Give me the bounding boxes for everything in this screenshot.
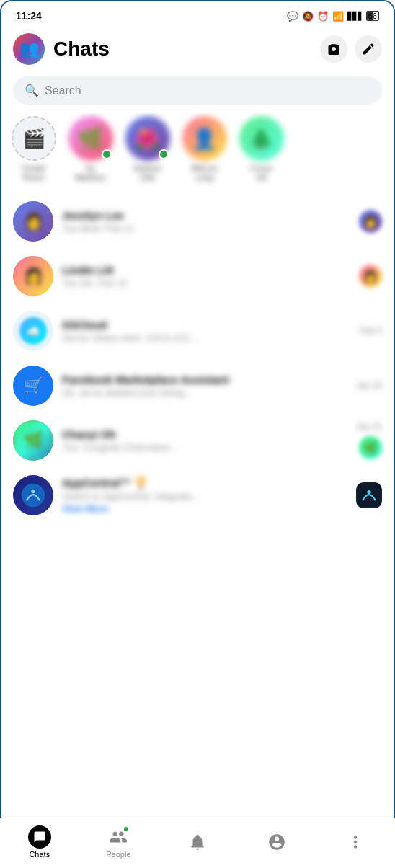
nav-label-people: People [106, 850, 130, 859]
nav-icon-4 [265, 831, 288, 854]
nav-icon-3 [186, 831, 209, 854]
story-label-create: CreateRoom [22, 164, 45, 182]
chat-preview-jocelyn: You liked: Feb 11 [62, 223, 353, 234]
chat-avatar-lindie: 👩 [13, 256, 53, 296]
chat-thumb-jocelyn: 👩 [359, 210, 382, 233]
nav-item-people[interactable]: People [79, 825, 159, 859]
story-avatar-3: 🌲 [239, 116, 284, 161]
chat-name-sscloud: SSCloud [62, 319, 354, 331]
nav-item-4[interactable] [237, 831, 316, 854]
search-bar[interactable]: 🔍 Search [13, 76, 382, 105]
story-item-1[interactable]: 🌺 DarleneHolt [124, 116, 171, 182]
story-item-0[interactable]: 🌿 IvyMartinez [67, 116, 114, 182]
compose-button[interactable] [355, 35, 382, 63]
chat-content-appcentral: AppCentral™ 🏆 Switch to AppCentral: Inte… [62, 477, 350, 514]
story-avatar-2: 👤 [182, 116, 227, 161]
people-online-dot [123, 825, 130, 833]
story-label-2: MarcusLong [191, 164, 217, 182]
story-avatar-wrap-0: 🌿 [68, 116, 113, 161]
camera-icon [327, 42, 341, 56]
nav-icon-4-svg [267, 833, 286, 851]
story-label-0: IvyMartinez [75, 164, 105, 182]
chat-content-marketplace: Facebook Marketplace Assistant Ok, we've… [62, 373, 350, 398]
nav-icon-people [107, 825, 130, 849]
chat-name-chanyi: Chanyi Oh [62, 428, 350, 440]
messenger-status-icon: 💬 [287, 11, 298, 22]
story-item-3[interactable]: 🌲 ChaseHill [238, 116, 285, 182]
story-item-create[interactable]: 🎬 CreateRoom [10, 116, 57, 182]
battery-icon: 56 [366, 11, 379, 21]
chat-thumb-chanyi: 🌿 [359, 436, 382, 459]
header-actions [320, 35, 382, 63]
user-avatar[interactable]: 👥 [13, 33, 45, 65]
nav-icon-5-svg [346, 833, 365, 851]
appcentral-logo-icon [358, 484, 381, 507]
chat-avatar-appcentral [13, 475, 53, 515]
arch-icon [20, 482, 46, 508]
signal-icon: ▋▋▋ [347, 12, 363, 21]
nav-item-chats[interactable]: Chats [0, 825, 79, 859]
chat-item-jocelyn[interactable]: 👩 Jocelyn Lee You liked: Feb 11 👩 [1, 194, 394, 249]
chat-thumb-lindie: 👩 [359, 265, 382, 288]
story-avatar-wrap-3: 🌲 [239, 116, 284, 161]
chat-item-lindie[interactable]: 👩 Lindie Litt You Ok. Feb 10 👩 [1, 249, 394, 304]
chat-time-marketplace: Jan 25 [356, 381, 382, 391]
chat-preview-sscloud: Server Status Alert: 1/9:01 (CC... [62, 332, 354, 343]
app-frame: 11:24 💬 🔕 ⏰ 📶 ▋▋▋ 56 👥 Chats [0, 0, 395, 868]
create-room-avatar: 🎬 [12, 116, 56, 161]
chat-item-appcentral[interactable]: AppCentral™ 🏆 Switch to AppCentral: Inte… [1, 468, 394, 523]
story-label-3: ChaseHill [250, 164, 273, 182]
bottom-nav: Chats People [0, 818, 395, 868]
chat-meta-appcentral [356, 482, 382, 508]
chat-preview-appcentral: Switch to AppCentral: Integrate... [62, 491, 350, 502]
chat-preview-chanyi: You: Congrats Charmaine... [62, 442, 350, 453]
chat-avatar-jocelyn: 👩 [13, 201, 53, 242]
app-thumb-appcentral [356, 482, 382, 508]
chat-item-sscloud[interactable]: ☁️ SSCloud Server Status Alert: 1/9:01 (… [1, 304, 394, 358]
chat-meta-marketplace: Jan 25 [356, 381, 382, 391]
people-icon-wrap [107, 825, 130, 849]
chat-content-sscloud: SSCloud Server Status Alert: 1/9:01 (CC.… [62, 319, 354, 343]
nav-icon-chats [28, 825, 51, 849]
chat-name-marketplace: Facebook Marketplace Assistant [62, 373, 350, 386]
chat-item-chanyi[interactable]: 🌿 Chanyi Oh You: Congrats Charmaine... J… [1, 413, 394, 468]
chat-avatar-sscloud: ☁️ [13, 311, 53, 351]
chat-meta-chanyi: Jan 21 🌿 [356, 422, 382, 459]
status-icons: 💬 🔕 ⏰ 📶 ▋▋▋ 56 [287, 11, 379, 22]
search-icon: 🔍 [25, 84, 39, 97]
svg-point-3 [367, 490, 370, 494]
online-dot-1 [159, 149, 169, 159]
nav-label-chats: Chats [29, 850, 50, 859]
chat-view-more-appcentral[interactable]: View More [62, 503, 350, 514]
online-dot-0 [102, 149, 112, 159]
chat-list: 👩 Jocelyn Lee You liked: Feb 11 👩 👩 Lind… [1, 194, 394, 523]
story-item-2[interactable]: 👤 MarcusLong [181, 116, 228, 182]
chat-avatar-chanyi: 🌿 [13, 420, 53, 461]
chat-item-marketplace[interactable]: 🛒 Facebook Marketplace Assistant Ok, we'… [1, 358, 394, 413]
chats-nav-icon [28, 825, 51, 849]
pencil-icon [361, 42, 376, 56]
chat-bubble-icon [33, 831, 46, 843]
search-container: 🔍 Search [1, 74, 394, 113]
chat-meta-sscloud: Feb 5 [360, 326, 382, 336]
search-input[interactable]: Search [45, 84, 81, 97]
chat-preview-marketplace: Ok, we've deleted your listing... [62, 387, 350, 398]
story-avatar-wrap: 🎬 [12, 116, 56, 161]
story-label-1: DarleneHolt [133, 164, 161, 182]
status-time: 11:24 [16, 10, 42, 22]
nav-item-3[interactable] [158, 831, 237, 854]
chat-meta-jocelyn: 👩 [359, 210, 382, 233]
chat-meta-lindie: 👩 [359, 265, 382, 288]
nav-item-5[interactable] [316, 831, 395, 854]
chat-content-lindie: Lindie Litt You Ok. Feb 10 [62, 264, 353, 288]
status-bar: 11:24 💬 🔕 ⏰ 📶 ▋▋▋ 56 [1, 1, 394, 27]
camera-button[interactable] [320, 35, 347, 63]
stories-row: 🎬 CreateRoom 🌿 IvyMartinez 🌺 DarleneHolt [1, 113, 394, 194]
nav-icon-5 [344, 831, 367, 854]
wifi-icon: 📶 [332, 11, 344, 22]
chat-name-jocelyn: Jocelyn Lee [62, 209, 353, 221]
alarm-icon: ⏰ [317, 11, 329, 22]
bell-icon: 🔕 [302, 11, 314, 22]
chat-avatar-marketplace: 🛒 [13, 366, 53, 406]
story-avatar-wrap-2: 👤 [182, 116, 227, 161]
